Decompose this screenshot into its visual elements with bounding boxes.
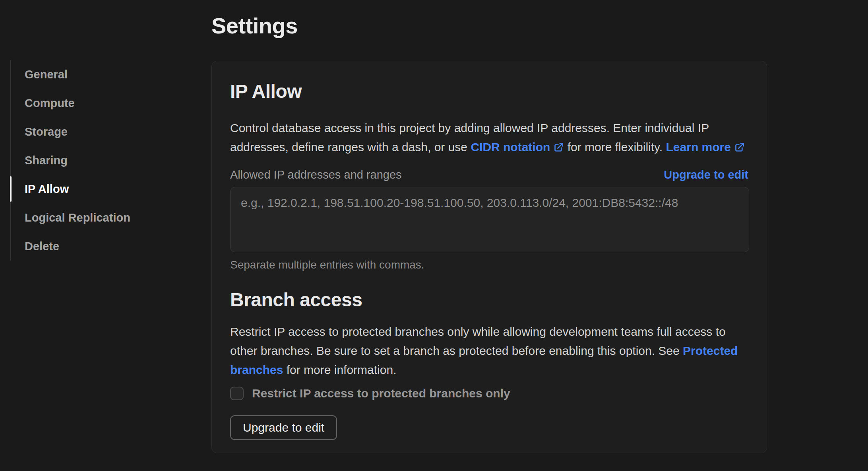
allowed-ip-textarea[interactable] (230, 187, 749, 252)
upgrade-to-edit-link[interactable]: Upgrade to edit (664, 168, 748, 181)
ip-allow-description-text-2: for more flexibility. (564, 140, 666, 154)
sidebar-item-ip-allow[interactable]: IP Allow (11, 175, 177, 203)
ip-allow-section: IP Allow Control database access in this… (230, 80, 748, 271)
learn-more-link[interactable]: Learn more (666, 140, 745, 154)
sidebar-item-sharing[interactable]: Sharing (11, 146, 177, 175)
sidebar-nav-list: General Compute Storage Sharing IP Allow… (10, 60, 177, 261)
branch-access-section: Branch access Restrict IP access to prot… (230, 289, 748, 440)
upgrade-to-edit-button[interactable]: Upgrade to edit (230, 415, 337, 440)
sidebar-item-delete[interactable]: Delete (11, 232, 177, 261)
cidr-notation-link[interactable]: CIDR notation (471, 140, 564, 154)
page-title: Settings (211, 13, 298, 39)
external-link-icon (734, 142, 745, 153)
settings-sidebar: General Compute Storage Sharing IP Allow… (10, 60, 177, 261)
sidebar-item-logical-replication[interactable]: Logical Replication (11, 203, 177, 232)
branch-access-description-text-2: for more information. (283, 363, 396, 376)
settings-card: IP Allow Control database access in this… (211, 61, 767, 453)
branch-access-description-text-1: Restrict IP access to protected branches… (230, 325, 726, 357)
allowed-ip-field-label: Allowed IP addresses and ranges (230, 168, 402, 181)
restrict-ip-checkbox-row[interactable]: Restrict IP access to protected branches… (230, 387, 748, 400)
allowed-ip-field-row: Allowed IP addresses and ranges Upgrade … (230, 168, 748, 181)
branch-access-description: Restrict IP access to protected branches… (230, 322, 748, 380)
ip-allow-heading: IP Allow (230, 80, 748, 103)
branch-access-heading: Branch access (230, 289, 748, 311)
restrict-ip-checkbox[interactable] (230, 387, 244, 400)
sidebar-item-general[interactable]: General (11, 60, 177, 89)
sidebar-item-storage[interactable]: Storage (11, 117, 177, 146)
external-link-icon (553, 142, 564, 153)
textarea-helper-text: Separate multiple entries with commas. (230, 259, 748, 271)
sidebar-item-compute[interactable]: Compute (11, 89, 177, 117)
restrict-ip-checkbox-label: Restrict IP access to protected branches… (252, 387, 510, 400)
ip-allow-description: Control database access in this project … (230, 119, 748, 157)
settings-page: Settings General Compute Storage Sharing… (0, 0, 868, 471)
